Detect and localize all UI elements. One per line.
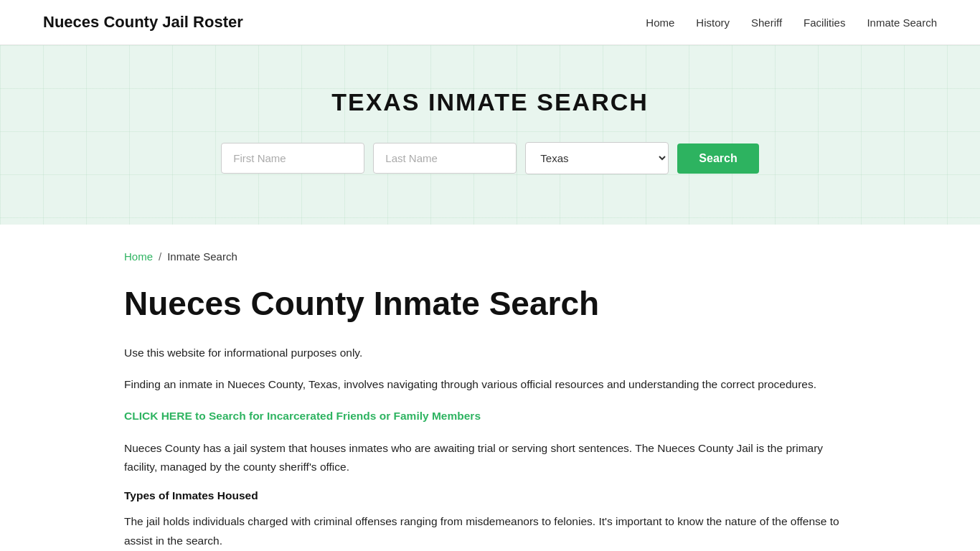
search-button[interactable]: Search [677,143,758,174]
breadcrumb-separator: / [159,250,161,263]
breadcrumb-current: Inmate Search [167,250,237,263]
paragraph-1: Use this website for informational purpo… [124,344,856,362]
last-name-input[interactable] [373,143,517,174]
page-title: Nueces County Inmate Search [124,286,856,322]
nav-facilities[interactable]: Facilities [804,17,845,29]
paragraph-2: Finding an inmate in Nueces County, Texa… [124,375,856,394]
first-name-input[interactable] [221,143,364,174]
nav-home[interactable]: Home [646,17,674,29]
search-link[interactable]: CLICK HERE to Search for Incarcerated Fr… [124,410,481,422]
state-select[interactable]: AlabamaAlaskaArizonaArkansasCaliforniaCo… [525,142,669,174]
nav-history[interactable]: History [696,17,730,29]
breadcrumb: Home / Inmate Search [124,250,856,263]
nav-sheriff[interactable]: Sheriff [751,17,782,29]
site-header: Nueces County Jail Roster Home History S… [0,0,980,45]
hero-title: TEXAS INMATE SEARCH [14,88,966,116]
breadcrumb-home[interactable]: Home [124,250,153,263]
search-link-paragraph: CLICK HERE to Search for Incarcerated Fr… [124,407,856,425]
site-logo[interactable]: Nueces County Jail Roster [43,13,243,32]
paragraph-4: The jail holds individuals charged with … [124,512,856,550]
main-content: Home / Inmate Search Nueces County Inmat… [81,225,899,551]
paragraph-3: Nueces County has a jail system that hou… [124,439,856,477]
main-nav: Home History Sheriff Facilities Inmate S… [646,17,937,29]
inmate-search-form: AlabamaAlaskaArizonaArkansasCaliforniaCo… [14,142,966,174]
nav-inmate-search[interactable]: Inmate Search [867,17,937,29]
types-of-inmates-heading: Types of Inmates Housed [124,489,856,502]
hero-section: TEXAS INMATE SEARCH AlabamaAlaskaArizona… [0,45,980,225]
